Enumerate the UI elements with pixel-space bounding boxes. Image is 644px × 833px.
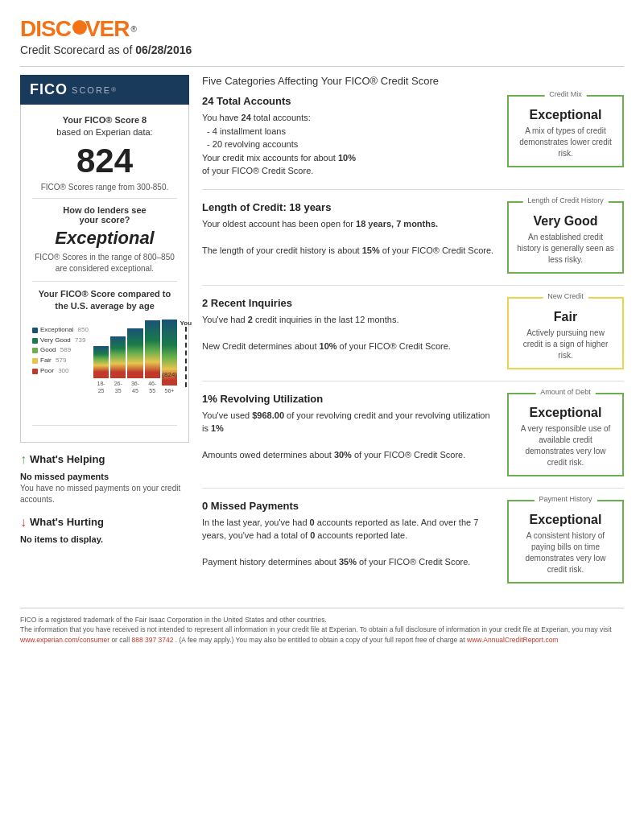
footer-link-annual[interactable]: www.AnnualCreditReport.com [467, 636, 558, 644]
bar-label-3: 36-45 [131, 380, 139, 394]
fico-divider-2 [32, 281, 177, 282]
legend-good: Good 589 [32, 345, 89, 356]
rating-box-2: Length of Credit History Very Good An es… [507, 201, 624, 274]
cat-title-2: Length of Credit: 18 years [202, 201, 497, 213]
lenders-label: How do lenders see your score? [32, 205, 177, 225]
bar-label-5: 56+ [164, 387, 174, 394]
cat-desc-4: You've used $968.00 of your revolving cr… [202, 409, 497, 462]
right-panel: Five Categories Affecting Your FICO® Cre… [202, 75, 624, 595]
helping-item-1: No missed payments You have no missed pa… [20, 472, 189, 505]
legend-dot-good [32, 348, 38, 353]
cat-content-5: 0 Missed Payments In the last year, you'… [202, 500, 497, 569]
cat-desc-2: Your oldest account has been open for 18… [202, 217, 497, 258]
legend-fair: Fair 579 [32, 356, 89, 366]
fico-divider-1 [32, 198, 177, 199]
fico-logo-text: FICO [30, 81, 68, 98]
rating-value-5: Exceptional [517, 513, 614, 527]
bar-label-4: 46-55 [148, 380, 156, 394]
hurting-item-title-1: No items to display. [20, 534, 189, 544]
hurting-header: ↓ What's Hurting [20, 515, 189, 530]
rating-value-1: Exceptional [517, 108, 614, 122]
legend-exceptional: Exceptional 850 [32, 325, 89, 336]
bar-2 [110, 336, 126, 378]
whats-hurting: ↓ What's Hurting No items to display. [20, 515, 189, 544]
helping-item-title-1: No missed payments [20, 472, 189, 481]
footer-line2: The information that you have received i… [20, 625, 624, 635]
cat-title-1: 24 Total Accounts [202, 95, 497, 107]
header-divider [20, 66, 624, 67]
bar-26-35: 26-35 [110, 336, 126, 394]
rating-desc-3: Actively pursuing new credit is a sign o… [517, 328, 614, 361]
rating-value-4: Exceptional [517, 406, 614, 420]
comparison-label: Your FICO® Score compared to the U.S. av… [32, 288, 177, 313]
cat-content-3: 2 Recent Inquiries You've had 2 credit i… [202, 297, 497, 353]
rating-box-label-1: Credit Mix [544, 90, 587, 98]
category-revolving-util: 1% Revolving Utilization You've used $96… [202, 393, 624, 489]
fico-score-number: 824 [32, 142, 177, 179]
bar-46-55: 46-55 [145, 320, 160, 394]
cat-content-1: 24 Total Accounts You have 24 total acco… [202, 95, 497, 178]
cat-content-4: 1% Revolving Utilization You've used $96… [202, 393, 497, 462]
fico-score-label: Your FICO® Score 8 based on Experian dat… [32, 114, 177, 139]
bar-36-45: 36-45 [127, 328, 142, 394]
you-dashed-line [185, 327, 187, 387]
cat-title-4: 1% Revolving Utilization [202, 393, 497, 405]
cat-title-3: 2 Recent Inquiries [202, 297, 497, 309]
footer-link-experian[interactable]: www.experian.com/consumer [20, 636, 109, 644]
fico-rating-desc: FICO® Scores in the range of 800–850 are… [32, 252, 177, 274]
rating-box-5: Payment History Exceptional A consistent… [507, 500, 624, 584]
fico-rating: Exceptional [32, 228, 177, 249]
legend-dot-verygood [32, 338, 38, 344]
helping-header: ↑ What's Helping [20, 452, 189, 467]
rating-box-label-5: Payment History [534, 495, 597, 503]
category-length-of-credit: Length of Credit: 18 years Your oldest a… [202, 201, 624, 286]
rating-desc-2: An established credit history is general… [517, 232, 614, 266]
disc-circle-icon [72, 20, 87, 35]
rating-box-label-2: Length of Credit History [522, 196, 609, 204]
discover-logo: DISCVER ® [20, 16, 624, 42]
rating-box-label-3: New Credit [543, 292, 588, 300]
rating-box-1: Credit Mix Exceptional A mix of types of… [507, 95, 624, 167]
rating-desc-4: A very responsible use of available cred… [517, 423, 614, 468]
bar-4 [145, 320, 160, 378]
you-score: (824) [162, 371, 177, 378]
subtitle: Credit Scorecard as of 06/28/2016 [20, 43, 624, 56]
legend-dot-poor [32, 369, 38, 374]
category-recent-inquiries: 2 Recent Inquiries You've had 2 credit i… [202, 297, 624, 381]
rating-value-2: Very Good [517, 214, 614, 229]
rating-value-3: Fair [517, 310, 614, 324]
rating-box-3: New Credit Fair Actively pursuing new cr… [507, 297, 624, 369]
you-indicator: You [180, 320, 192, 387]
bar-label-2: 26-35 [114, 380, 122, 394]
rating-desc-1: A mix of types of credit demonstrates lo… [517, 126, 614, 159]
score-legend: Exceptional 850 Very Good 739 Good 589 [32, 325, 89, 394]
five-cats-title: Five Categories Affecting Your FICO® Cre… [202, 75, 624, 87]
left-panel: FICO SCORE ® Your FICO® Score 8 based on… [20, 75, 189, 551]
fico-range: FICO® Scores range from 300-850. [32, 183, 177, 192]
cat-title-5: 0 Missed Payments [202, 500, 497, 512]
arrow-up-icon: ↑ [20, 452, 27, 467]
cat-desc-1: You have 24 total accounts: - 4 installm… [202, 111, 497, 178]
fico-body: Your FICO® Score 8 based on Experian dat… [20, 105, 189, 443]
bar-1 [93, 346, 109, 378]
bars-area: 18-25 26-35 36-45 [93, 320, 177, 394]
header: DISCVER ® Credit Scorecard as of 06/28/2… [20, 16, 624, 56]
scorecard-date: 06/28/2016 [135, 43, 192, 56]
footer: FICO is a registered trademark of the Fa… [20, 608, 624, 645]
helping-item-desc-1: You have no missed payments on your cred… [20, 483, 189, 505]
legend-dot-exceptional [32, 328, 38, 333]
cat-desc-5: In the last year, you've had 0 accounts … [202, 516, 497, 569]
rating-box-4: Amount of Debt Exceptional A very respon… [507, 393, 624, 476]
rating-box-label-4: Amount of Debt [535, 388, 596, 396]
legend-verygood: Very Good 739 [32, 336, 89, 346]
arrow-down-icon: ↓ [20, 515, 27, 530]
legend-dot-fair [32, 358, 38, 364]
main-layout: FICO SCORE ® Your FICO® Score 8 based on… [20, 75, 624, 595]
cat-content-2: Length of Credit: 18 years Your oldest a… [202, 201, 497, 258]
rating-desc-5: A consistent history of paying bills on … [517, 530, 614, 575]
cat-desc-3: You've had 2 credit inquiries in the las… [202, 313, 497, 353]
bar-18-25: 18-25 [93, 346, 109, 394]
bar-3 [127, 328, 142, 378]
footer-line3: www.experian.com/consumer or call 888 39… [20, 635, 624, 645]
fico-score-text: SCORE [68, 85, 111, 95]
